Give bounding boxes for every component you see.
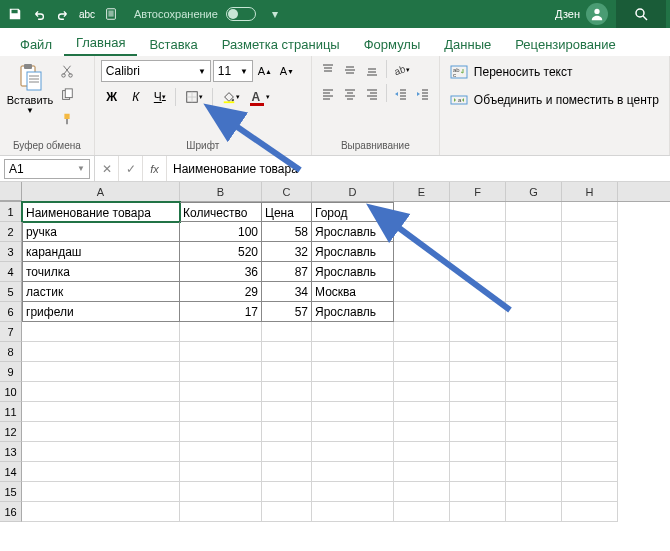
cut-button[interactable] bbox=[56, 60, 78, 82]
cell[interactable]: 36 bbox=[180, 262, 262, 282]
merge-center-button[interactable]: a Объединить и поместить в центр bbox=[446, 88, 663, 112]
align-right-button[interactable] bbox=[362, 84, 382, 104]
name-box[interactable]: A1▼ bbox=[4, 159, 90, 179]
cell[interactable] bbox=[180, 482, 262, 502]
cell[interactable] bbox=[450, 442, 506, 462]
cell[interactable] bbox=[450, 302, 506, 322]
cell[interactable] bbox=[450, 342, 506, 362]
tab-data[interactable]: Данные bbox=[432, 31, 503, 56]
cell[interactable] bbox=[22, 482, 180, 502]
cell[interactable] bbox=[22, 362, 180, 382]
cell[interactable] bbox=[506, 342, 562, 362]
cell[interactable]: 34 bbox=[262, 282, 312, 302]
cell[interactable] bbox=[312, 482, 394, 502]
column-header-C[interactable]: C bbox=[262, 182, 312, 201]
cell[interactable] bbox=[312, 322, 394, 342]
column-header-D[interactable]: D bbox=[312, 182, 394, 201]
row-header[interactable]: 11 bbox=[0, 402, 22, 422]
cell[interactable] bbox=[394, 202, 450, 222]
cell[interactable]: Ярославль bbox=[312, 262, 394, 282]
font-color-button[interactable]: A▾ bbox=[247, 86, 275, 108]
cell[interactable] bbox=[450, 422, 506, 442]
cell[interactable] bbox=[506, 442, 562, 462]
cell[interactable] bbox=[562, 302, 618, 322]
format-painter-button[interactable] bbox=[56, 108, 78, 130]
cell[interactable]: Наименование товара bbox=[22, 202, 180, 222]
cell[interactable] bbox=[562, 282, 618, 302]
cell[interactable] bbox=[562, 222, 618, 242]
cell[interactable] bbox=[262, 442, 312, 462]
tab-formulas[interactable]: Формулы bbox=[352, 31, 433, 56]
cell[interactable] bbox=[506, 322, 562, 342]
cell[interactable] bbox=[262, 462, 312, 482]
cell[interactable] bbox=[22, 462, 180, 482]
cell[interactable] bbox=[506, 422, 562, 442]
cell[interactable] bbox=[562, 342, 618, 362]
cell[interactable] bbox=[180, 362, 262, 382]
cell[interactable] bbox=[262, 422, 312, 442]
cell[interactable] bbox=[450, 202, 506, 222]
save-button[interactable] bbox=[4, 3, 26, 25]
cell[interactable] bbox=[562, 502, 618, 522]
decrease-font-button[interactable]: A▼ bbox=[277, 60, 297, 82]
cell[interactable] bbox=[450, 222, 506, 242]
cell[interactable] bbox=[262, 482, 312, 502]
cell[interactable] bbox=[562, 262, 618, 282]
cell[interactable] bbox=[394, 282, 450, 302]
cell[interactable] bbox=[562, 402, 618, 422]
cell[interactable]: точилка bbox=[22, 262, 180, 282]
cell[interactable] bbox=[262, 382, 312, 402]
cell[interactable] bbox=[506, 482, 562, 502]
cell[interactable] bbox=[562, 422, 618, 442]
row-header[interactable]: 2 bbox=[0, 222, 22, 242]
tab-insert[interactable]: Вставка bbox=[137, 31, 209, 56]
align-middle-button[interactable] bbox=[340, 60, 360, 80]
cell[interactable] bbox=[312, 382, 394, 402]
cell[interactable] bbox=[312, 442, 394, 462]
row-header[interactable]: 4 bbox=[0, 262, 22, 282]
cell[interactable]: 100 bbox=[180, 222, 262, 242]
cell[interactable]: 87 bbox=[262, 262, 312, 282]
cell[interactable]: Цена bbox=[262, 202, 312, 222]
cell[interactable] bbox=[506, 502, 562, 522]
cell[interactable]: Ярославль bbox=[312, 242, 394, 262]
row-header[interactable]: 15 bbox=[0, 482, 22, 502]
font-name-combo[interactable]: Calibri▼ bbox=[101, 60, 211, 82]
row-header[interactable]: 12 bbox=[0, 422, 22, 442]
cell[interactable] bbox=[22, 382, 180, 402]
cell[interactable] bbox=[562, 382, 618, 402]
user-account[interactable]: Дзен bbox=[555, 3, 608, 25]
cell[interactable] bbox=[312, 502, 394, 522]
cell[interactable] bbox=[394, 242, 450, 262]
cell[interactable] bbox=[312, 402, 394, 422]
formula-enter-button[interactable]: ✓ bbox=[119, 156, 143, 181]
cell[interactable] bbox=[506, 462, 562, 482]
cell[interactable] bbox=[262, 362, 312, 382]
cell[interactable]: Ярославль bbox=[312, 302, 394, 322]
formula-input[interactable]: Наименование товара bbox=[167, 162, 670, 176]
cell[interactable] bbox=[562, 242, 618, 262]
cell[interactable] bbox=[506, 282, 562, 302]
cell[interactable]: Город bbox=[312, 202, 394, 222]
align-center-button[interactable] bbox=[340, 84, 360, 104]
cell[interactable] bbox=[262, 342, 312, 362]
cell[interactable] bbox=[180, 462, 262, 482]
cell[interactable] bbox=[450, 362, 506, 382]
cell[interactable]: грифели bbox=[22, 302, 180, 322]
cell[interactable] bbox=[506, 222, 562, 242]
wrap-text-button[interactable]: abc Переносить текст bbox=[446, 60, 577, 84]
cell[interactable]: Москва bbox=[312, 282, 394, 302]
increase-font-button[interactable]: A▲ bbox=[255, 60, 275, 82]
cell[interactable] bbox=[312, 362, 394, 382]
cell[interactable] bbox=[506, 202, 562, 222]
cell[interactable] bbox=[394, 422, 450, 442]
cell[interactable] bbox=[562, 202, 618, 222]
undo-button[interactable] bbox=[28, 3, 50, 25]
cell[interactable] bbox=[22, 402, 180, 422]
column-header-H[interactable]: H bbox=[562, 182, 618, 201]
column-header-E[interactable]: E bbox=[394, 182, 450, 201]
spellcheck-button[interactable]: abc bbox=[76, 3, 98, 25]
cell[interactable] bbox=[180, 322, 262, 342]
row-header[interactable]: 7 bbox=[0, 322, 22, 342]
cell[interactable]: карандаш bbox=[22, 242, 180, 262]
